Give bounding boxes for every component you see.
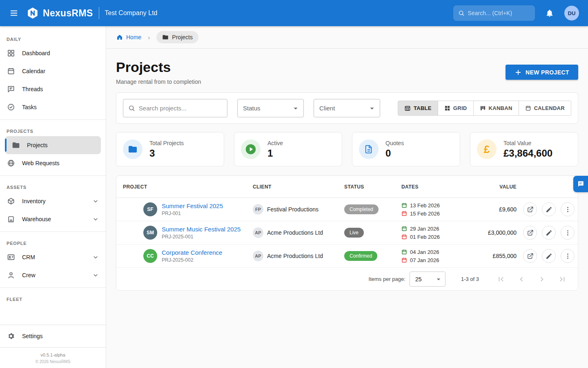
open-project-button[interactable] [523,226,537,240]
open-project-button[interactable] [523,249,537,263]
sidebar-item-label: Settings [22,333,43,339]
box-icon [7,197,16,205]
table-row: SF Summer Festival 2025 PRJ-001 FP Festi… [116,198,578,221]
chevron-left-icon [517,275,526,284]
more-actions-button[interactable] [561,226,575,240]
notifications-button[interactable] [541,5,558,21]
view-grid-label: GRID [453,105,467,111]
view-kanban-button[interactable]: KANBAN [474,101,519,116]
sidebar-item-crew[interactable]: Crew [0,266,106,284]
sidebar-item-label: Warehouse [22,216,51,222]
table-row: SM Summer Music Festival 2025 PRJ-2025-0… [116,221,578,245]
previous-page-button[interactable] [513,271,530,287]
sidebar-item-label: Dashboard [22,50,50,56]
section-label-people: PEOPLE [0,235,106,248]
topbar: NexusRMS Test Company Ltd DU [0,0,588,26]
chevron-right-icon [537,275,546,284]
plus-icon [514,69,522,76]
dashboard-icon [7,49,16,57]
view-grid-button[interactable]: GRID [438,101,474,116]
home-icon [116,34,123,41]
global-search[interactable] [453,5,535,21]
chevron-down-icon [92,215,99,223]
edit-project-button[interactable] [542,202,556,216]
section-label-daily: DAILY [0,31,106,44]
project-name-link[interactable]: Corporate Conference [162,249,222,256]
open-project-button[interactable] [523,202,537,216]
sidebar-item-label: Tasks [22,104,37,110]
first-page-icon [497,275,506,284]
status-filter-select[interactable]: Status [237,99,304,117]
hamburger-icon [9,9,18,18]
project-search-input[interactable] [139,105,222,112]
breadcrumb-current[interactable]: Projects [156,31,198,43]
divider [0,175,106,176]
dropdown-arrow-icon [291,104,300,113]
sidebar-item-settings[interactable]: Settings [0,325,106,347]
sidebar-item-label: Threads [22,86,43,92]
next-page-button[interactable] [534,271,550,287]
sidebar-item-threads[interactable]: Threads [0,80,106,98]
more-actions-button[interactable] [561,202,575,216]
document-icon [359,139,379,159]
edit-project-button[interactable] [542,226,556,240]
feedback-tab[interactable] [573,176,588,192]
project-search[interactable] [123,99,227,117]
client-filter-select[interactable]: Client [314,99,380,117]
stat-value: 1 [267,148,283,159]
table-pagination: Items per page: 25 1-3 of 3 [116,268,578,290]
chevron-down-icon [92,254,99,261]
sidebar-item-label: Calendar [22,68,45,74]
sidebar-item-projects[interactable]: Projects [5,136,101,154]
view-table-button[interactable]: TABLE [398,101,438,116]
edit-project-button[interactable] [542,249,556,263]
breadcrumb-home-label: Home [126,34,141,40]
stat-label: Active [267,140,283,146]
start-date-icon [401,249,407,255]
stat-quotes: Quotes 0 [352,132,460,166]
new-project-button[interactable]: NEW PROJECT [506,65,578,80]
end-date-icon [401,234,407,240]
sidebar-item-warehouse[interactable]: Warehouse [0,210,106,228]
sidebar-item-web-requests[interactable]: Web Requests [0,154,106,172]
status-badge: Completed [344,204,379,214]
breadcrumb-home[interactable]: Home [116,34,141,41]
person-icon [7,271,16,279]
last-page-button[interactable] [554,271,570,287]
sidebar-item-dashboard[interactable]: Dashboard [0,44,106,62]
project-name-link[interactable]: Summer Festival 2025 [162,202,223,209]
first-page-button[interactable] [493,271,509,287]
sidebar-item-label: Projects [27,142,48,148]
sidebar-item-inventory[interactable]: Inventory [0,192,106,210]
section-label-projects: PROJECTS [0,123,106,136]
more-actions-button[interactable] [561,249,575,263]
app-version: v0.5.1-alpha [0,352,106,357]
check-circle-icon [7,103,16,111]
project-value: £9,600 [467,206,517,213]
sidebar-item-label: Web Requests [22,160,60,166]
pencil-icon [546,229,552,236]
items-per-page-select[interactable]: 25 [410,272,445,287]
project-name-link[interactable]: Summer Music Festival 2025 [162,226,241,233]
view-calendar-button[interactable]: CALENDAR [519,101,571,116]
sidebar-footer: v0.5.1-alpha © 2026 NexusRMS [0,347,106,368]
end-date-icon [401,257,407,263]
column-header-client: CLIENT [246,184,338,190]
open-in-new-icon [527,253,534,260]
stat-label: Total Projects [149,140,184,146]
client-name: Acme Productions Ltd [267,229,323,236]
client-avatar: AP [253,251,263,261]
sidebar-item-tasks[interactable]: Tasks [0,98,106,116]
user-avatar[interactable]: DU [564,6,579,20]
global-search-input[interactable] [468,10,530,16]
sidebar-item-crm[interactable]: CRM [0,248,106,266]
menu-button[interactable] [6,5,22,21]
warehouse-icon [7,215,16,223]
copyright: © 2026 NexusRMS [0,359,106,364]
main-content: Home › Projects Projects Manage rental f… [106,26,588,368]
column-header-dates: DATES [395,184,467,190]
sidebar-item-label: Crew [22,272,36,278]
breadcrumb: Home › Projects [106,26,588,49]
sidebar-item-calendar[interactable]: Calendar [0,62,106,80]
start-date: 04 Jan 2026 [410,249,439,255]
